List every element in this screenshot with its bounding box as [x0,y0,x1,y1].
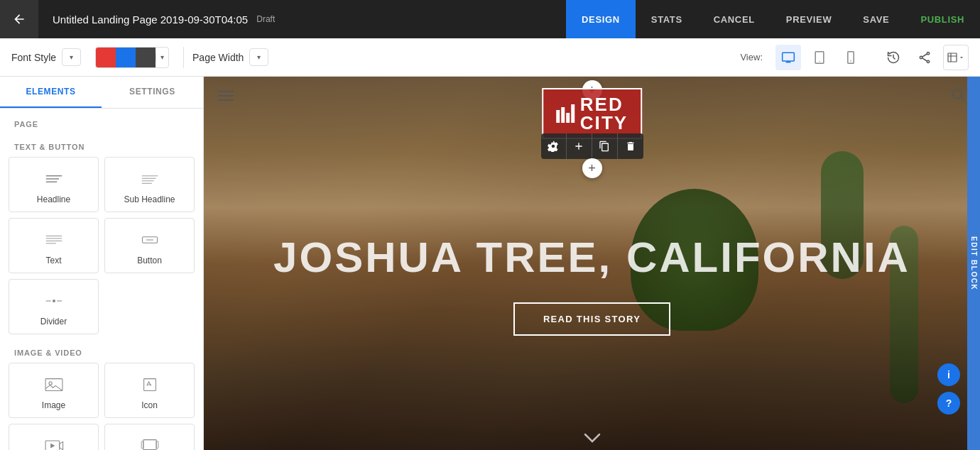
main-layout: ELEMENTS SETTINGS PAGE TEXT & BUTTON Hea… [0,77,980,450]
svg-rect-32 [143,440,156,450]
color-swatch-group[interactable]: ▾ [95,47,169,68]
element-headline-label: Headline [37,194,70,204]
tab-elements[interactable]: ELEMENTS [0,77,102,108]
share-button[interactable] [912,45,937,70]
canvas-cta-button[interactable]: READ THIS STORY [513,302,670,336]
element-sub-headline-label: Sub Headline [124,194,175,204]
element-text[interactable]: Text [9,218,99,273]
canvas-content: JOSHUA TREE, CALIFORNIA READ THIS STORY [204,77,980,450]
left-panel: ELEMENTS SETTINGS PAGE TEXT & BUTTON Hea… [0,77,204,450]
stats-button[interactable]: STATS [636,0,698,38]
panel-page-label: PAGE [0,109,203,134]
svg-point-28 [49,382,52,385]
element-button-label: Button [137,256,162,265]
element-sub-headline[interactable]: Sub Headline [104,157,195,212]
element-divider[interactable]: Divider [9,279,99,334]
element-image[interactable]: Image [9,363,99,418]
tablet-view-button[interactable] [807,45,832,70]
color-swatch-dark[interactable] [136,48,156,67]
font-style-chevron: ▾ [70,53,73,61]
help-buttons: i ? [937,363,960,415]
design-button[interactable]: DESIGN [566,0,636,38]
toolbar: Font Style ▾ ▾ Page Width ▾ View: [0,38,980,77]
back-button[interactable] [0,0,38,38]
page-width-label: Page Width [192,52,244,63]
canvas-area: + RED CITY [204,77,980,450]
help-button[interactable]: ? [937,392,960,415]
svg-rect-5 [848,51,854,63]
element-button[interactable]: Button [104,218,195,273]
svg-point-7 [927,52,929,54]
font-style-dropdown[interactable]: ▾ [62,48,81,66]
font-style-label: Font Style [11,52,56,63]
canvas-main-text: JOSHUA TREE, CALIFORNIA [273,234,910,281]
desktop-view-button[interactable] [775,45,801,70]
element-image-label: Image [42,400,65,410]
cancel-button[interactable]: CANCEL [698,0,771,38]
element-divider-label: Divider [40,317,67,326]
draft-badge: Draft [256,14,275,24]
element-icon-label: Icon [141,400,158,410]
toolbar-separator [183,47,184,68]
nav-title-area: Untitled Landing Page 2019-09-30T04:05 D… [38,13,566,26]
scroll-down-indicator[interactable] [584,433,601,443]
section-header-image-video: IMAGE & VIDEO [0,340,203,363]
element-icon[interactable]: Icon [104,363,195,418]
page-width-dropdown[interactable]: ▾ [249,48,268,66]
edit-block-label: EDIT BLOCK [970,236,978,290]
svg-point-24 [52,300,55,302]
image-options-button[interactable] [943,45,969,70]
element-slideshow[interactable]: Slideshow [104,424,195,450]
element-text-label: Text [45,256,61,265]
svg-point-9 [927,60,929,62]
view-icons [775,45,864,70]
page-width-chevron: ▾ [257,53,261,61]
panel-tabs: ELEMENTS SETTINGS [0,77,203,109]
svg-rect-3 [815,51,824,63]
text-button-grid: Headline Sub Headline [0,157,203,340]
preview-button[interactable]: PREVIEW [771,0,848,38]
top-nav: Untitled Landing Page 2019-09-30T04:05 D… [0,0,980,38]
element-video[interactable]: Video [9,424,99,450]
color-swatch-blue[interactable] [116,48,136,67]
svg-rect-0 [783,53,795,61]
edit-block-sidebar[interactable]: EDIT BLOCK [967,77,980,450]
svg-rect-10 [948,53,957,62]
info-button[interactable]: i [937,363,960,386]
tab-settings[interactable]: SETTINGS [102,77,203,108]
color-swatch-red[interactable] [96,48,116,67]
info-icon: i [947,369,950,380]
history-button[interactable] [881,45,906,70]
svg-point-8 [920,56,922,58]
section-header-text-button: TEXT & BUTTON [0,134,203,157]
element-headline[interactable]: Headline [9,157,99,212]
question-icon: ? [946,397,952,409]
image-video-grid: Image Icon Video [0,363,203,450]
save-button[interactable]: SAVE [847,0,905,38]
toolbar-right: View: [740,45,969,70]
color-expand-btn[interactable]: ▾ [156,53,168,61]
view-label: View: [740,52,763,62]
nav-actions: DESIGN STATS CANCEL PREVIEW SAVE PUBLISH [566,0,980,38]
mobile-view-button[interactable] [838,45,864,70]
page-title: Untitled Landing Page 2019-09-30T04:05 [53,13,248,26]
publish-button[interactable]: PUBLISH [905,0,980,38]
